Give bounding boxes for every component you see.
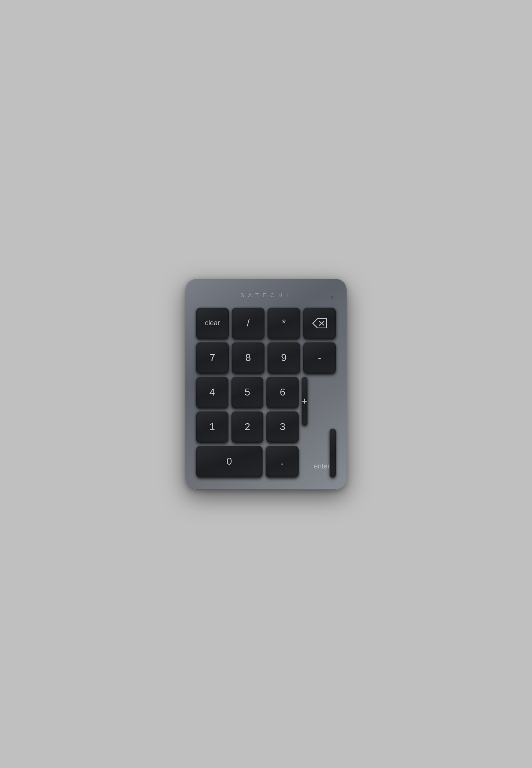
row-2: 7 8 9 - [196,342,336,374]
brand-logo: SATECHI [196,290,336,298]
right-column: + enter [302,377,336,477]
left-section: 4 5 6 1 2 [196,377,299,477]
row-4: 1 2 3 [196,411,299,443]
three-key[interactable]: 3 [266,411,299,443]
keys-grid: clear / * 7 [196,308,336,477]
backspace-key[interactable] [303,308,336,339]
two-key[interactable]: 2 [231,411,264,443]
minus-key[interactable]: - [303,342,336,374]
row-5: 0 . [196,446,299,477]
main-area: 4 5 6 1 2 [196,377,336,477]
clear-key[interactable]: clear [196,308,229,339]
plus-key[interactable]: + [302,377,307,425]
eight-key[interactable]: 8 [232,342,264,374]
six-key[interactable]: 6 [266,377,299,408]
multiply-key[interactable]: * [268,308,300,339]
divide-key[interactable]: / [232,308,264,339]
one-key[interactable]: 1 [196,411,228,443]
led-indicator [331,296,333,298]
nine-key[interactable]: 9 [268,342,300,374]
five-key[interactable]: 5 [231,377,264,408]
seven-key[interactable]: 7 [196,342,229,374]
four-key[interactable]: 4 [196,377,228,408]
zero-key[interactable]: 0 [196,446,263,477]
row-3: 4 5 6 [196,377,299,408]
enter-key[interactable]: enter [330,429,336,477]
backspace-icon [311,317,328,329]
numpad-device: SATECHI clear / * [185,279,347,490]
row-1: clear / * [196,308,336,339]
decimal-key[interactable]: . [266,446,299,477]
